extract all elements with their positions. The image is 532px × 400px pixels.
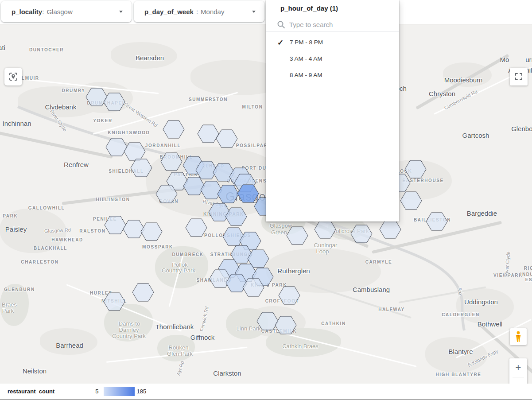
map-label-caps: SUMMERSTON [189, 97, 228, 102]
road [372, 221, 502, 254]
hexbin-cell [216, 130, 237, 148]
map-label-town: Inchinnan [2, 120, 31, 127]
hour-options-list: ✓7 PM - 8 PM3 AM - 4 AM8 AM - 9 AM [266, 34, 399, 83]
hexbin-cell [243, 279, 264, 296]
map-label-road: Ayr Rd [175, 360, 185, 376]
hour-option-label: 8 AM - 9 AM [290, 72, 322, 78]
filter-day-of-week-chip[interactable]: p_day_of_week:Monday [134, 1, 264, 22]
map-label-town: Blantyre [448, 348, 473, 355]
map-label-town: Chryston [429, 90, 455, 97]
filter-separator: : [196, 8, 198, 16]
zoom-out-button[interactable]: − [509, 377, 527, 384]
map-label-caps: STRATHBUNGO [210, 252, 252, 257]
search-icon [277, 20, 285, 29]
search-input[interactable] [289, 19, 391, 31]
hour-option[interactable]: ✓7 PM - 8 PM [266, 34, 399, 50]
hexbin-cell [198, 125, 219, 143]
map-label-park: Darnley [119, 326, 139, 333]
map-label-caps: GALLOWHILL [28, 206, 65, 210]
map-label-caps: INDU [520, 272, 532, 277]
pegman-icon [513, 331, 523, 342]
map-label-caps: NITSHILL [101, 299, 127, 303]
hexbin-cell [106, 138, 127, 156]
map-label-town: Renfrew [64, 161, 89, 168]
map-label-caps: RALSTON [79, 229, 105, 233]
map-label-town: Bothwell [478, 320, 503, 328]
hexbin-cell [218, 260, 240, 277]
map-label-park: Cathkin Braes [282, 343, 318, 350]
panel-divider [266, 31, 399, 32]
map-label-caps: JORDANHILL [145, 143, 181, 148]
map-label-park: Tollcross Park [333, 228, 369, 234]
zoom-control: + − [509, 358, 527, 384]
map-label-town: Barrhead [56, 342, 83, 349]
map-label-caps: PARTICK [174, 172, 198, 177]
map-label-caps: BLACKHALL [34, 246, 67, 251]
hexbin-cell [123, 220, 144, 238]
legend-bar: restaurant_count 5 185 [0, 384, 532, 400]
hexbin-cell [186, 219, 207, 237]
map-label-caps: HURLET [90, 291, 112, 295]
fullscreen-button[interactable] [510, 68, 528, 85]
map-label-caps: PENILEE [93, 217, 117, 221]
map-label-caps: KING'S PARK [251, 283, 287, 287]
map-label-caps: DUNTOCHER [29, 47, 64, 52]
map-label-caps: BAILLIESTON [414, 217, 451, 222]
map-label-caps: E PARK [0, 214, 18, 218]
filter-label: p_day_of_week [144, 8, 194, 16]
map-label-town: ati [0, 44, 5, 51]
map-label-town: Bargeddie [467, 210, 497, 217]
map-label-caps: HILLINGTON [96, 197, 130, 202]
map-label-park: Green [271, 229, 287, 236]
map-label-caps: SHIELDHALL [109, 169, 144, 174]
hour-option[interactable]: 3 AM - 4 AM [266, 50, 399, 67]
map-label-caps: CALDERGLEN [442, 312, 479, 317]
map-label-caps: POLLOKSHIELDS [204, 233, 251, 238]
pegman-button[interactable] [510, 328, 527, 345]
legend-gradient [104, 387, 135, 396]
map-label-caps: MOSSPARK [142, 245, 173, 249]
map-label-caps: EASTERHOUSE [402, 178, 444, 183]
map-label-caps: HAWKHEAD [51, 237, 83, 242]
map-label-caps: SHAWLANDS [197, 278, 232, 283]
map-label-caps: COWCADDENS [227, 179, 267, 183]
legend-max-value: 185 [136, 388, 146, 395]
map-label-caps: DRUMCHAPEL [87, 101, 125, 105]
map-label-town: Uddingston [464, 298, 498, 306]
map-label-town: Clydebank [45, 103, 77, 111]
map-label-town: Mo [500, 56, 509, 63]
map-label-park: Cuningar [314, 242, 338, 249]
map-label-town: Moodiesburn [444, 76, 483, 84]
map-label-caps: BROOMHILL [160, 155, 193, 159]
map-label-town: Rutherglen [277, 267, 310, 275]
hour-option[interactable]: 8 AM - 9 AM [266, 67, 399, 83]
road [0, 130, 113, 159]
hexbin-cell [141, 223, 162, 241]
map-label-town: Glenboi [511, 125, 532, 132]
map-label-town: Gartcosh [462, 132, 489, 139]
map-label-town: Clarkston [213, 369, 241, 377]
map-label-caps: CARMYLE [365, 260, 392, 264]
zoom-in-button[interactable]: + [509, 358, 527, 377]
map-label-park: Country Park [162, 267, 195, 274]
map-label-caps: CASTLEMILK [261, 329, 297, 334]
map-label-park: Braes [2, 301, 17, 308]
map-label-town: Thornliebank [155, 323, 194, 330]
map-label-caps: HALFWAY [378, 307, 405, 312]
map-label-park: Dams to [119, 320, 140, 327]
recenter-button[interactable] [4, 68, 22, 85]
map-label-town: Giffnock [190, 334, 215, 341]
map-label-caps: DUMBRECK [172, 252, 203, 257]
map-label-caps: KINNING PARK [203, 212, 244, 217]
map-label-caps: GOVAN [159, 199, 179, 204]
fullscreen-icon [515, 73, 523, 81]
map-label-caps: CHARLESTON [21, 260, 58, 264]
map-label-park: Rouken [169, 344, 189, 351]
hour-of-day-dropdown-panel: p_hour_of_day (1) ✓7 PM - 8 PM3 AM - 4 A… [266, 0, 399, 221]
filter-locality-chip[interactable]: p_locality:Glasgow [1, 1, 132, 22]
looker-map-dashboard: GlasgowBearsdenClydebankInchinnanRenfrew… [0, 0, 532, 400]
filter-label: p_locality [12, 8, 42, 16]
map-label-park: Glen Park [167, 350, 193, 357]
map-label-road: Fenwick Rd [199, 306, 210, 332]
map-label-town: Bearsden [136, 54, 164, 62]
